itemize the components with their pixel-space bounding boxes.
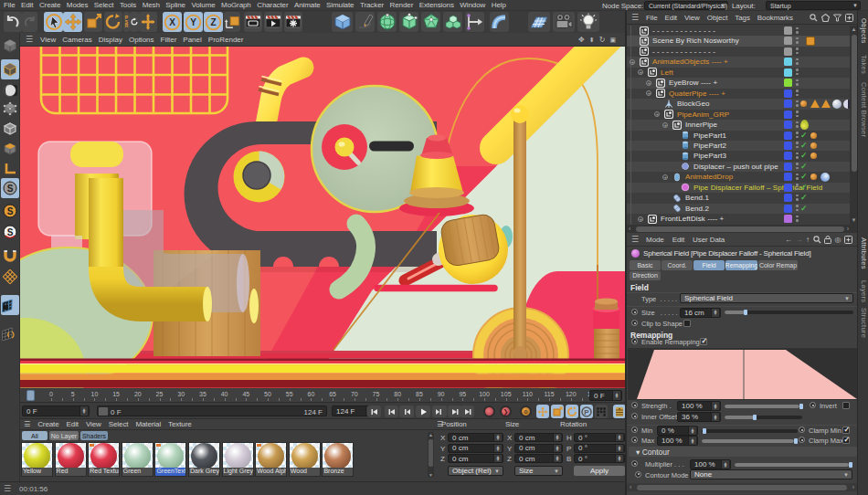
svg-text:S: S bbox=[7, 184, 14, 194]
svg-text:Y: Y bbox=[190, 17, 196, 27]
svg-text:S: S bbox=[7, 227, 14, 237]
svg-text:X: X bbox=[169, 17, 175, 27]
svg-text:P: P bbox=[584, 408, 589, 416]
svg-text:S: S bbox=[7, 206, 14, 216]
svg-text:Z: Z bbox=[210, 17, 216, 27]
